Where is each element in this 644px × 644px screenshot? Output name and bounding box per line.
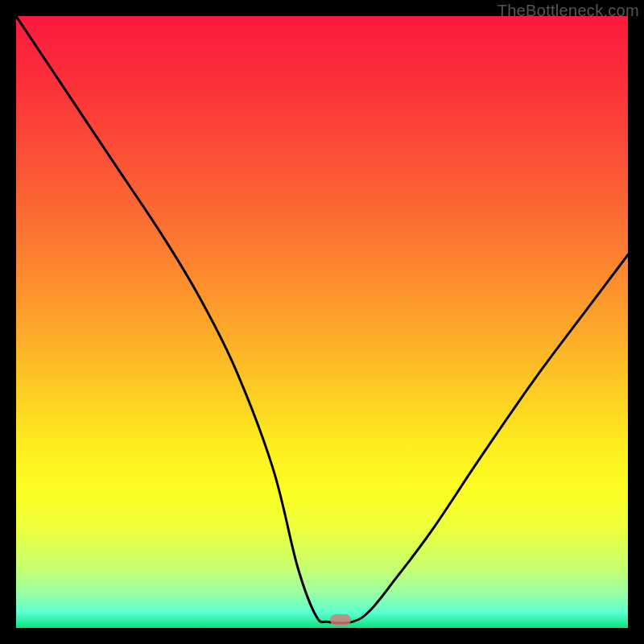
bottleneck-curve: [16, 16, 628, 628]
plot-area: [16, 16, 628, 628]
chart-frame: TheBottleneck.com: [0, 0, 644, 644]
optimal-marker: [330, 614, 351, 625]
watermark-text: TheBottleneck.com: [497, 2, 639, 20]
